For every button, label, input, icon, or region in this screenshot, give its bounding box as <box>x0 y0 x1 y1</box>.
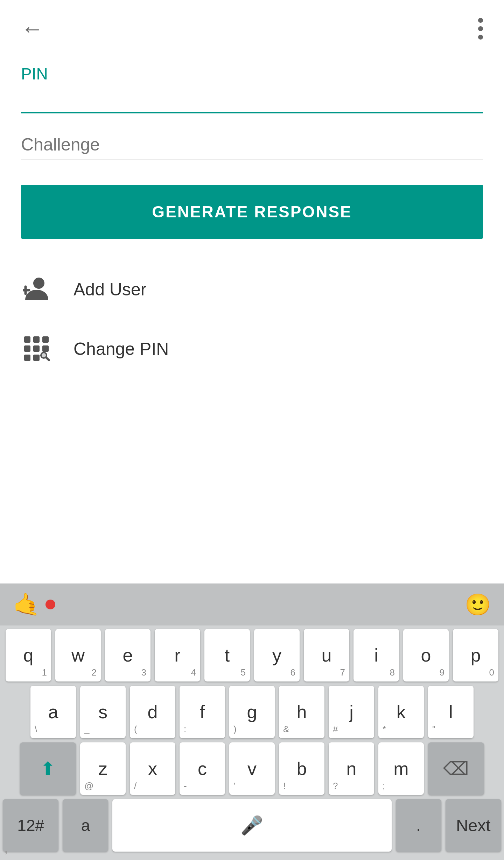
key-t[interactable]: t5 <box>204 629 250 681</box>
dot-2 <box>478 26 483 31</box>
keyboard-toolbar: 🤙 🙂 <box>0 583 504 625</box>
toolbar-left: 🤙 <box>14 592 55 617</box>
period-label: . <box>416 816 421 835</box>
key-d[interactable]: d( <box>130 686 175 738</box>
keyboard-row-3: ⬆ z@ x/ c- v' b! n? m; ⌫ <box>3 742 501 795</box>
pin-label: PIN <box>21 64 483 83</box>
svg-rect-4 <box>33 336 40 343</box>
period-key[interactable]: . <box>396 799 441 852</box>
svg-rect-5 <box>42 336 49 343</box>
challenge-input[interactable] <box>21 134 483 155</box>
key-s[interactable]: s_ <box>80 686 126 738</box>
svg-rect-10 <box>33 355 40 361</box>
key-c[interactable]: c- <box>180 742 225 795</box>
svg-point-0 <box>33 278 44 289</box>
pin-input[interactable] <box>21 87 483 107</box>
add-user-label: Add User <box>74 279 146 300</box>
svg-rect-3 <box>24 336 30 343</box>
key-g[interactable]: g) <box>229 686 275 738</box>
key-v[interactable]: v' <box>229 742 275 795</box>
menu-section: Add User Change PIN <box>0 239 504 379</box>
generate-response-button[interactable]: GENERATE RESPONSE <box>21 185 483 239</box>
shift-icon: ⬆ <box>40 758 56 779</box>
change-pin-label: Change PIN <box>74 339 169 359</box>
notification-dot <box>46 600 55 609</box>
key-w[interactable]: w2 <box>55 629 101 681</box>
keyboard-rows: q1 w2 e3 r4 t5 y6 u7 i8 o9 p0 a\ s_ d( f… <box>0 625 504 860</box>
key-h[interactable]: h& <box>279 686 324 738</box>
symbol-label: 12# <box>17 816 44 835</box>
smiley-icon: 🙂 <box>465 592 491 617</box>
svg-rect-7 <box>33 345 40 352</box>
form-section: PIN GENERATE RESPONSE <box>0 50 504 239</box>
top-bar: ← <box>0 0 504 50</box>
key-i[interactable]: i8 <box>354 629 399 681</box>
menu-item-change-pin[interactable]: Change PIN <box>21 319 483 379</box>
change-pin-icon <box>21 333 52 365</box>
key-b[interactable]: b! <box>279 742 324 795</box>
svg-rect-9 <box>24 355 30 361</box>
key-r[interactable]: r4 <box>155 629 200 681</box>
comma-label: a <box>81 816 90 835</box>
key-e[interactable]: e3 <box>105 629 150 681</box>
comma-key[interactable]: a , <box>63 799 108 852</box>
key-z[interactable]: z@ <box>80 742 126 795</box>
more-menu-button[interactable] <box>478 18 483 40</box>
key-u[interactable]: u7 <box>304 629 349 681</box>
svg-point-12 <box>42 353 46 357</box>
keyboard-row-1: q1 w2 e3 r4 t5 y6 u7 i8 o9 p0 <box>3 629 501 681</box>
next-label: Next <box>456 816 491 835</box>
key-l[interactable]: l" <box>428 686 474 738</box>
key-m[interactable]: m; <box>378 742 424 795</box>
space-key[interactable]: 🎤 <box>112 799 391 852</box>
keyboard-row-2: a\ s_ d( f: g) h& j# k* l" <box>3 686 501 738</box>
shift-key[interactable]: ⬆ <box>20 742 76 795</box>
keyboard-bottom-row: 12# a , 🎤 . Next <box>3 799 501 856</box>
key-n[interactable]: n? <box>329 742 374 795</box>
svg-rect-6 <box>24 345 30 352</box>
back-button[interactable]: ← <box>21 18 43 40</box>
pin-field-wrapper <box>21 87 483 113</box>
key-f[interactable]: f: <box>180 686 225 738</box>
key-k[interactable]: k* <box>378 686 424 738</box>
key-y[interactable]: y6 <box>254 629 300 681</box>
key-x[interactable]: x/ <box>130 742 175 795</box>
key-o[interactable]: o9 <box>403 629 449 681</box>
key-j[interactable]: j# <box>329 686 374 738</box>
symbol-key[interactable]: 12# <box>3 799 58 852</box>
key-a[interactable]: a\ <box>30 686 76 738</box>
microphone-icon: 🎤 <box>240 815 263 836</box>
menu-item-add-user[interactable]: Add User <box>21 260 483 319</box>
svg-rect-8 <box>42 345 49 352</box>
add-user-icon <box>21 274 52 305</box>
next-key[interactable]: Next <box>446 799 501 852</box>
backspace-icon: ⌫ <box>443 758 469 779</box>
challenge-field-wrapper <box>21 134 483 160</box>
key-p[interactable]: p0 <box>453 629 498 681</box>
dot-3 <box>478 35 483 40</box>
keyboard: 🤙 🙂 q1 w2 e3 r4 t5 y6 u7 i8 o9 p0 a\ s_ … <box>0 583 504 860</box>
hand-icon[interactable]: 🤙 <box>14 592 38 617</box>
backspace-key[interactable]: ⌫ <box>428 742 484 795</box>
emoji-button[interactable]: 🙂 <box>465 592 490 617</box>
key-q[interactable]: q1 <box>6 629 51 681</box>
dot-1 <box>478 18 483 23</box>
